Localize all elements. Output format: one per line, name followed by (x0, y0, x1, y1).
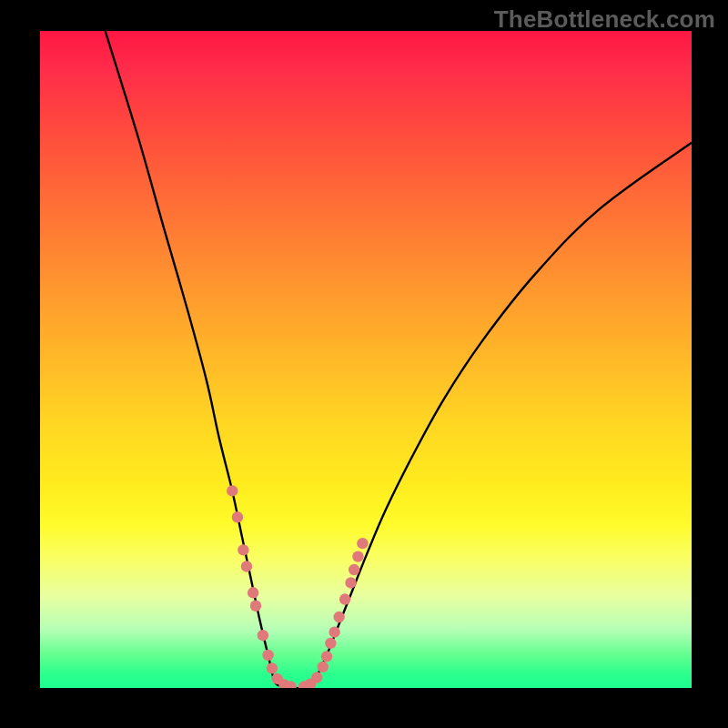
curve-layer (106, 31, 692, 688)
data-marker (349, 564, 359, 575)
data-marker (232, 511, 243, 522)
plot-area (40, 31, 692, 688)
data-marker (248, 587, 258, 598)
data-marker (227, 485, 238, 496)
chart-svg (40, 31, 692, 688)
data-marker (318, 662, 329, 672)
data-marker (267, 662, 278, 673)
data-marker (241, 561, 252, 571)
data-marker (321, 651, 332, 662)
data-marker (250, 601, 261, 612)
watermark-text: TheBottleneck.com (494, 5, 715, 34)
data-marker (325, 638, 336, 649)
chart-frame: TheBottleneck.com (0, 0, 728, 728)
data-marker (329, 626, 339, 637)
data-marker (311, 672, 322, 682)
data-marker (345, 577, 356, 588)
data-marker (357, 538, 368, 549)
data-marker (258, 630, 268, 641)
bottleneck-curve (106, 31, 692, 688)
data-marker (352, 551, 363, 561)
data-marker (333, 612, 344, 622)
data-marker (339, 593, 350, 604)
marker-layer (227, 485, 369, 688)
data-marker (262, 650, 273, 661)
data-marker (238, 544, 248, 555)
